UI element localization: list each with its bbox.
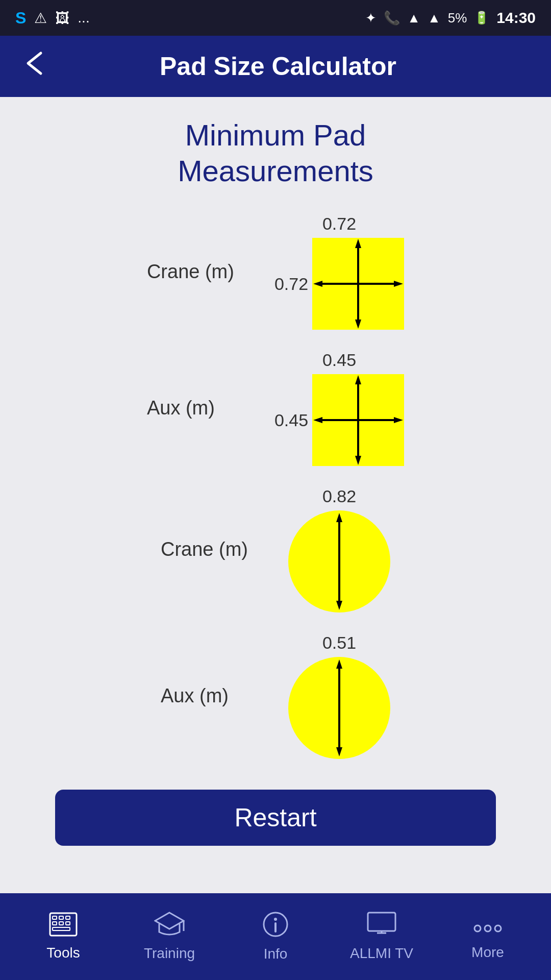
crane-circle-label: Crane (m) [161, 538, 273, 560]
status-left-icons: S ⚠ 🖼 ... [15, 9, 90, 28]
page-title-header: Pad Size Calculator [66, 52, 490, 81]
nav-more[interactable]: More [435, 913, 541, 961]
svg-marker-11 [394, 417, 403, 423]
nav-allmi-tv-label: ALLMI TV [350, 945, 413, 962]
call-icon: 📞 [384, 10, 400, 26]
table-row: Crane (m) 0.82 [31, 486, 520, 612]
svg-rect-24 [66, 922, 70, 925]
section-title: Minimum PadMeasurements [178, 117, 373, 188]
crane-square-shape [312, 238, 404, 330]
svg-point-36 [495, 925, 501, 932]
crane-circle-top-value: 0.82 [322, 486, 356, 506]
more-dots-icon: ... [78, 10, 89, 26]
nav-allmi-tv[interactable]: ALLMI TV [329, 912, 435, 962]
nav-training[interactable]: Training [116, 912, 222, 962]
signal-icon: ▲ [428, 10, 441, 26]
table-row: Aux (m) 0.51 [31, 633, 520, 759]
svg-marker-2 [355, 320, 361, 329]
back-button[interactable] [20, 51, 51, 82]
tools-icon [49, 912, 78, 941]
aux-circle-shape [288, 657, 390, 759]
svg-marker-5 [394, 281, 403, 287]
svg-marker-16 [336, 659, 342, 669]
svg-rect-21 [66, 916, 70, 919]
crane-circle-visual: 0.82 [288, 486, 390, 612]
svg-marker-4 [313, 281, 322, 287]
aux-square-side-value: 0.45 [274, 410, 308, 430]
svg-point-29 [274, 918, 277, 921]
table-row: Crane (m) 0.72 0.72 [31, 214, 520, 330]
aux-circle-top-value: 0.51 [322, 633, 356, 653]
aux-circle-visual: 0.51 [288, 633, 390, 759]
info-icon [262, 911, 289, 942]
nav-tools[interactable]: Tools [10, 912, 116, 961]
aux-square-visual: 0.45 0.45 [274, 350, 404, 466]
battery-percent: 5% [448, 10, 467, 26]
aux-circle-label: Aux (m) [161, 685, 273, 707]
wifi-icon: ▲ [407, 10, 420, 26]
svg-rect-31 [368, 913, 395, 931]
battery-warn-icon: ⚠ [34, 10, 47, 27]
s-icon: S [15, 9, 26, 28]
table-row: Aux (m) 0.45 0.45 [31, 350, 520, 466]
aux-square-top-value: 0.45 [322, 350, 356, 370]
image-icon: 🖼 [55, 10, 69, 27]
status-bar: S ⚠ 🖼 ... ✦ 📞 ▲ ▲ 5% 🔋 14:30 [0, 0, 551, 36]
app-header: Pad Size Calculator [0, 36, 551, 97]
nav-training-label: Training [144, 945, 195, 962]
time-display: 14:30 [496, 9, 536, 27]
svg-rect-22 [53, 922, 57, 925]
svg-marker-14 [336, 601, 342, 610]
main-content: Minimum PadMeasurements Crane (m) 0.72 0… [0, 97, 551, 893]
training-icon [154, 912, 185, 941]
crane-square-side-value: 0.72 [274, 274, 308, 294]
crane-square-label: Crane (m) [147, 261, 259, 283]
svg-marker-17 [336, 747, 342, 756]
aux-square-label: Aux (m) [147, 397, 259, 419]
bluetooth-icon: ✦ [365, 10, 377, 26]
svg-marker-7 [355, 375, 361, 384]
bottom-navigation: Tools Training Info [0, 893, 551, 980]
svg-point-34 [474, 925, 481, 932]
nav-tools-label: Tools [46, 945, 80, 961]
restart-button[interactable]: Restart [55, 790, 496, 846]
crane-square-top-value: 0.72 [322, 214, 356, 234]
svg-marker-10 [313, 417, 322, 423]
svg-rect-20 [59, 916, 63, 919]
svg-marker-13 [336, 513, 342, 522]
svg-rect-23 [59, 922, 63, 925]
svg-rect-25 [53, 927, 70, 930]
svg-point-35 [485, 925, 491, 932]
svg-marker-8 [355, 456, 361, 465]
crane-circle-shape [288, 510, 390, 612]
svg-marker-1 [355, 239, 361, 248]
nav-info[interactable]: Info [222, 911, 329, 962]
nav-more-label: More [471, 944, 504, 961]
battery-icon: 🔋 [474, 11, 489, 25]
crane-square-visual: 0.72 0.72 [274, 214, 404, 330]
nav-info-label: Info [264, 946, 288, 962]
status-right-icons: ✦ 📞 ▲ ▲ 5% 🔋 14:30 [365, 9, 536, 27]
measurements-container: Crane (m) 0.72 0.72 [31, 214, 520, 779]
svg-rect-19 [53, 916, 57, 919]
tv-icon [367, 912, 396, 941]
more-icon [472, 913, 503, 940]
aux-square-shape [312, 374, 404, 466]
